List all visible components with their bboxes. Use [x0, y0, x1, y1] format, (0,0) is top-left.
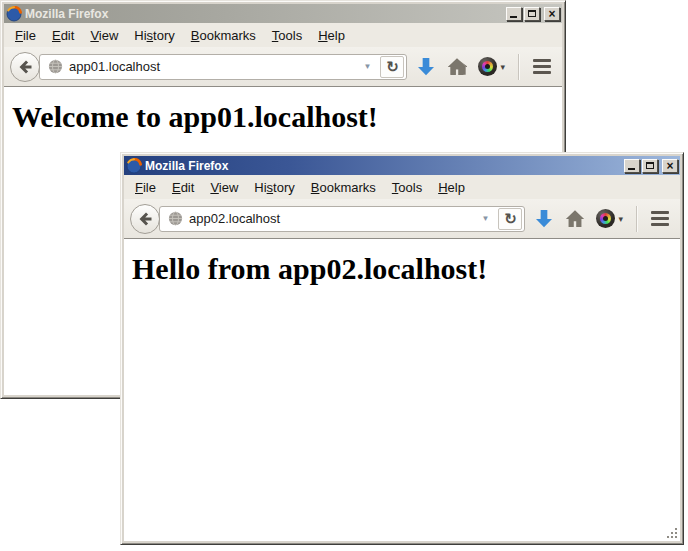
home-icon — [565, 209, 585, 229]
page-content-app02: Hello from app02.localhost! — [124, 239, 680, 541]
hamburger-icon — [533, 59, 551, 62]
title-bar[interactable]: Mozilla Firefox × — [4, 4, 562, 23]
navigation-toolbar: app01.localhost ▼ ↻ ▾ — [4, 47, 562, 87]
menu-tools[interactable]: Tools — [264, 25, 310, 46]
color-wheel-ring — [482, 61, 493, 72]
back-button[interactable] — [10, 52, 40, 82]
history-dropdown-icon[interactable]: ▼ — [479, 214, 493, 223]
open-menu-button[interactable] — [648, 206, 672, 231]
menu-bar: File Edit View History Bookmarks Tools H… — [4, 23, 562, 47]
minimize-icon — [628, 168, 635, 170]
menu-help[interactable]: Help — [430, 177, 473, 198]
maximize-icon — [528, 10, 536, 17]
window-title: Mozilla Firefox — [25, 7, 503, 21]
extension-dropdown-icon[interactable]: ▾ — [618, 214, 623, 224]
resize-grip[interactable] — [665, 526, 679, 540]
extension-button[interactable]: ▾ — [476, 52, 507, 82]
menu-history[interactable]: History — [126, 25, 182, 46]
hamburger-icon-bar — [651, 217, 669, 220]
url-bar[interactable]: app02.localhost ▼ ↻ — [159, 206, 525, 232]
url-bar[interactable]: app01.localhost ▼ ↻ — [39, 54, 407, 80]
minimize-icon — [510, 16, 517, 18]
site-identity-globe-icon[interactable] — [48, 59, 63, 74]
menu-file[interactable]: File — [127, 177, 164, 198]
navigation-toolbar: app02.localhost ▼ ↻ ▾ — [124, 199, 680, 239]
reload-button[interactable]: ↻ — [380, 56, 404, 78]
color-wheel-icon — [478, 57, 497, 76]
maximize-button[interactable] — [524, 7, 540, 21]
menu-edit[interactable]: Edit — [164, 177, 202, 198]
downloads-button[interactable] — [414, 52, 438, 82]
home-button[interactable] — [563, 204, 587, 234]
browser-window-app02: Mozilla Firefox × File Edit View History… — [120, 152, 684, 545]
close-icon: × — [666, 160, 673, 172]
color-wheel-core — [603, 216, 608, 221]
color-wheel-icon — [596, 209, 615, 228]
extension-button[interactable]: ▾ — [594, 204, 625, 234]
download-arrow-icon — [534, 209, 554, 229]
close-button[interactable]: × — [544, 7, 560, 21]
title-bar[interactable]: Mozilla Firefox × — [124, 156, 680, 175]
history-dropdown-icon[interactable]: ▼ — [361, 62, 375, 71]
site-identity-globe-icon[interactable] — [168, 211, 183, 226]
address-input[interactable]: app02.localhost — [189, 211, 473, 226]
menu-bookmarks[interactable]: Bookmarks — [303, 177, 384, 198]
page-heading: Hello from app02.localhost! — [132, 252, 680, 286]
menu-bookmarks[interactable]: Bookmarks — [183, 25, 264, 46]
menu-file[interactable]: File — [7, 25, 44, 46]
menu-edit[interactable]: Edit — [44, 25, 82, 46]
menu-tools[interactable]: Tools — [384, 177, 430, 198]
window-controls: × — [624, 159, 678, 173]
menu-history[interactable]: History — [246, 177, 302, 198]
menu-bar: File Edit View History Bookmarks Tools H… — [124, 175, 680, 199]
close-icon: × — [548, 8, 555, 20]
menu-view[interactable]: View — [82, 25, 126, 46]
color-wheel-ring — [600, 213, 611, 224]
back-arrow-icon — [17, 59, 33, 75]
window-controls: × — [506, 7, 560, 21]
firefox-icon — [126, 158, 142, 174]
hamburger-icon — [651, 211, 669, 214]
toolbar-separator — [636, 206, 637, 232]
address-input[interactable]: app01.localhost — [69, 59, 355, 74]
toolbar-separator — [518, 54, 519, 80]
home-icon — [447, 57, 467, 77]
extension-dropdown-icon[interactable]: ▾ — [500, 62, 505, 72]
menu-view[interactable]: View — [202, 177, 246, 198]
hamburger-icon-bar — [533, 65, 551, 68]
menu-help[interactable]: Help — [310, 25, 353, 46]
close-button[interactable]: × — [662, 159, 678, 173]
back-button[interactable] — [130, 204, 160, 234]
minimize-button[interactable] — [624, 159, 640, 173]
maximize-icon — [646, 162, 654, 169]
page-heading: Welcome to app01.localhost! — [12, 100, 562, 134]
download-arrow-icon — [416, 57, 436, 77]
hamburger-icon-bar — [651, 223, 669, 226]
minimize-button[interactable] — [506, 7, 522, 21]
back-arrow-icon — [137, 211, 153, 227]
reload-icon: ↻ — [504, 211, 517, 226]
hamburger-icon-bar — [533, 71, 551, 74]
open-menu-button[interactable] — [530, 54, 554, 79]
reload-icon: ↻ — [386, 59, 399, 74]
window-title: Mozilla Firefox — [145, 159, 621, 173]
reload-button[interactable]: ↻ — [498, 208, 522, 230]
home-button[interactable] — [445, 52, 469, 82]
downloads-button[interactable] — [532, 204, 556, 234]
firefox-icon — [6, 6, 22, 22]
maximize-button[interactable] — [642, 159, 658, 173]
color-wheel-core — [485, 64, 490, 69]
